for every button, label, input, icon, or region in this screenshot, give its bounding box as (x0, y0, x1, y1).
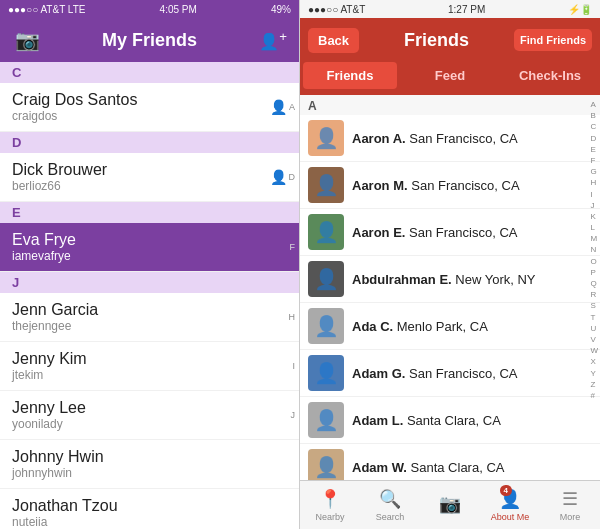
list-item[interactable]: Jenny Kim jtekim I (0, 342, 299, 391)
contact-username: yoonilady (12, 417, 287, 431)
left-header: 📷 My Friends 👤+ (0, 18, 299, 62)
contact-name: Jenny Kim (12, 350, 287, 368)
avatar: 👤 (308, 167, 344, 203)
left-status-bar: ●●●○○ AT&T LTE 4:05 PM 49% (0, 0, 299, 18)
friend-row[interactable]: 👤 Abdulrahman E. New York, NY (300, 256, 600, 303)
contact-username: nuteiia (12, 515, 287, 529)
back-button[interactable]: Back (308, 28, 359, 53)
left-battery: 49% (271, 4, 291, 15)
contact-username: iamevafrye (12, 249, 287, 263)
contact-name: Eva Frye (12, 231, 287, 249)
contact-name: Dick Brouwer (12, 161, 270, 179)
avatar: 👤 (308, 120, 344, 156)
left-carrier: ●●●○○ AT&T LTE (8, 4, 85, 15)
friend-row[interactable]: 👤 Aaron E. San Francisco, CA (300, 209, 600, 256)
contact-user-icon: 👤 (270, 169, 287, 185)
nav-more[interactable]: ☰ More (540, 481, 600, 529)
contact-name: Craig Dos Santos (12, 91, 270, 109)
right-title: Friends (359, 30, 514, 51)
friend-row[interactable]: 👤 Aaron M. San Francisco, CA (300, 162, 600, 209)
section-d: D (0, 132, 299, 153)
friend-name: Adam W. Santa Clara, CA (352, 460, 504, 475)
section-c: C (0, 62, 299, 83)
right-carrier: ●●●○○ AT&T (308, 4, 365, 15)
list-item[interactable]: Jenn Garcia thejenngee H (0, 293, 299, 342)
friends-section-a: A (300, 95, 600, 115)
friend-row[interactable]: 👤 Ada C. Menlo Park, CA (300, 303, 600, 350)
friend-row[interactable]: 👤 Adam G. San Francisco, CA (300, 350, 600, 397)
right-battery-icons: ⚡🔋 (568, 4, 592, 15)
alphabet-index[interactable]: A B C D E F G H I J K L M N O P Q R S T … (590, 95, 598, 480)
find-friends-button[interactable]: Find Friends (514, 29, 592, 51)
about-me-badge: 4 (500, 485, 512, 496)
contact-username: craigdos (12, 109, 270, 123)
friend-info: Aaron A. San Francisco, CA (352, 131, 518, 146)
nav-camera[interactable]: 📷 (420, 481, 480, 529)
nav-search[interactable]: 🔍 Search (360, 481, 420, 529)
friend-info: Abdulrahman E. New York, NY (352, 272, 536, 287)
friend-name: Aaron M. San Francisco, CA (352, 178, 520, 193)
friend-name: Ada C. Menlo Park, CA (352, 319, 488, 334)
left-time: 4:05 PM (160, 4, 197, 15)
right-status-bar: ●●●○○ AT&T 1:27 PM ⚡🔋 (300, 0, 600, 18)
list-item[interactable]: Eva Frye iamevafrye F (0, 223, 299, 272)
friend-name: Abdulrahman E. New York, NY (352, 272, 536, 287)
nav-more-label: More (560, 512, 581, 522)
list-item[interactable]: Jenny Lee yoonilady J (0, 391, 299, 440)
friend-info: Ada C. Menlo Park, CA (352, 319, 488, 334)
avatar: 👤 (308, 402, 344, 438)
contact-name: Johnny Hwin (12, 448, 287, 466)
avatar: 👤 (308, 214, 344, 250)
tab-bar: Friends Feed Check-Ins (300, 62, 600, 95)
add-friend-icon[interactable]: 👤+ (257, 29, 287, 51)
contact-username: berlioz66 (12, 179, 270, 193)
list-item[interactable]: Jonathan Tzou nuteiia (0, 489, 299, 529)
avatar: 👤 (308, 308, 344, 344)
search-icon: 🔍 (379, 488, 401, 510)
friend-name: Adam L. Santa Clara, CA (352, 413, 501, 428)
contact-list: C Craig Dos Santos craigdos 👤 A D Dick B… (0, 62, 299, 529)
camera-icon[interactable]: 📷 (12, 28, 42, 52)
tab-feed[interactable]: Feed (403, 62, 497, 89)
nav-nearby[interactable]: 📍 Nearby (300, 481, 360, 529)
avatar: 👤 (308, 449, 344, 480)
section-e: E (0, 202, 299, 223)
nav-about-me-label: About Me (491, 512, 530, 522)
list-item[interactable]: Craig Dos Santos craigdos 👤 A (0, 83, 299, 132)
contact-name: Jenn Garcia (12, 301, 287, 319)
tab-checkins[interactable]: Check-Ins (503, 62, 597, 89)
tab-friends[interactable]: Friends (303, 62, 397, 89)
friends-list: A 👤 Aaron A. San Francisco, CA 👤 Aaron M… (300, 95, 600, 480)
avatar: 👤 (308, 355, 344, 391)
more-icon: ☰ (562, 488, 578, 510)
bottom-nav: 📍 Nearby 🔍 Search 📷 4 👤 About Me ☰ More (300, 480, 600, 529)
friend-row[interactable]: 👤 Adam W. Santa Clara, CA (300, 444, 600, 480)
friend-row[interactable]: 👤 Aaron A. San Francisco, CA (300, 115, 600, 162)
contact-username: johnnyhwin (12, 466, 287, 480)
friend-row[interactable]: 👤 Adam L. Santa Clara, CA (300, 397, 600, 444)
right-time: 1:27 PM (448, 4, 485, 15)
contact-user-icon: 👤 (270, 99, 287, 115)
nearby-icon: 📍 (319, 488, 341, 510)
contact-username: jtekim (12, 368, 287, 382)
friend-info: Adam W. Santa Clara, CA (352, 460, 504, 475)
contact-username: thejenngee (12, 319, 287, 333)
section-j: J (0, 272, 299, 293)
contact-name: Jonathan Tzou (12, 497, 287, 515)
friend-info: Aaron M. San Francisco, CA (352, 178, 520, 193)
friend-info: Adam G. San Francisco, CA (352, 366, 517, 381)
list-item[interactable]: Dick Brouwer berlioz66 👤 D (0, 153, 299, 202)
friend-name: Aaron E. San Francisco, CA (352, 225, 517, 240)
friend-info: Aaron E. San Francisco, CA (352, 225, 517, 240)
friend-name: Adam G. San Francisco, CA (352, 366, 517, 381)
nav-about-me[interactable]: 4 👤 About Me (480, 481, 540, 529)
contact-name: Jenny Lee (12, 399, 287, 417)
left-title: My Friends (42, 30, 257, 51)
left-panel: ●●●○○ AT&T LTE 4:05 PM 49% 📷 My Friends … (0, 0, 300, 529)
list-item[interactable]: Johnny Hwin johnnyhwin (0, 440, 299, 489)
friend-info: Adam L. Santa Clara, CA (352, 413, 501, 428)
friend-name: Aaron A. San Francisco, CA (352, 131, 518, 146)
nav-nearby-label: Nearby (315, 512, 344, 522)
camera-nav-icon: 📷 (439, 493, 461, 515)
avatar: 👤 (308, 261, 344, 297)
